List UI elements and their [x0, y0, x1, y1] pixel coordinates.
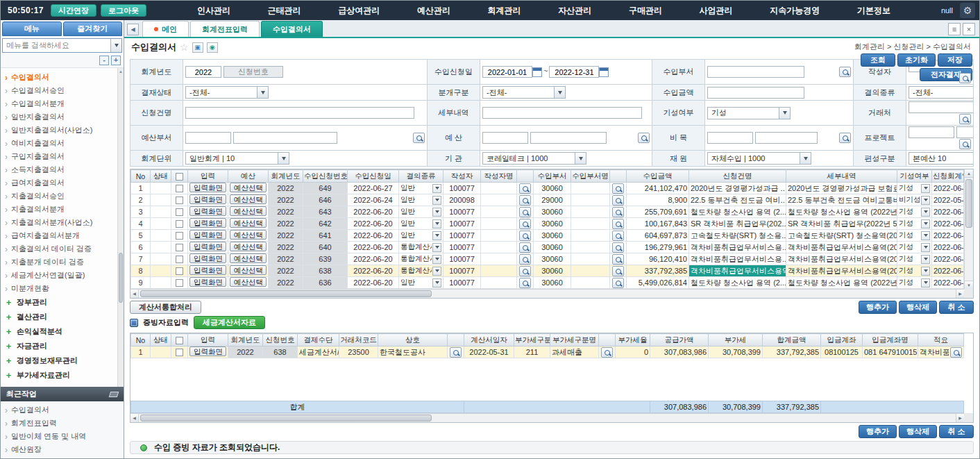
recent-work-item[interactable]: ›예산원장: [5, 443, 119, 456]
scroll-right-icon[interactable]: ▶: [956, 290, 964, 298]
cancel-button[interactable]: 취 소: [939, 425, 974, 438]
budget-select-button[interactable]: 예산선택: [230, 218, 267, 228]
search-icon[interactable]: [450, 347, 462, 358]
sidebar-tab-favorites[interactable]: 즐겨찾기: [63, 22, 123, 36]
input-screen-button[interactable]: 입력화면: [189, 194, 226, 204]
top-menu-item[interactable]: 자산관리: [554, 2, 595, 19]
cell-select[interactable]: 일반: [400, 195, 441, 205]
sidebar-menu-group[interactable]: +자금관리: [5, 339, 115, 353]
detail-input[interactable]: [482, 107, 642, 119]
project-code-input[interactable]: [909, 126, 954, 138]
sidebar-menu-item[interactable]: ›미분개현황: [5, 282, 115, 295]
menu-search-combobox[interactable]: 메뉴를 검색하세요: [2, 38, 122, 53]
sidebar-menu-item[interactable]: ›소득지출결의서: [5, 163, 115, 176]
input-screen-button[interactable]: 입력화면: [189, 230, 226, 240]
row-checkbox[interactable]: [176, 267, 183, 275]
search-icon[interactable]: [612, 195, 624, 206]
top-menu-item[interactable]: 인사관리: [193, 2, 235, 19]
sidebar-menu-item[interactable]: ›급여지출결의서: [5, 176, 115, 190]
budget-select-button[interactable]: 예산선택: [230, 230, 267, 240]
search-icon[interactable]: [638, 133, 650, 143]
scroll-right-icon[interactable]: ▶: [956, 414, 964, 422]
tax-invoice-data-button[interactable]: 세금계산서자료: [194, 316, 265, 329]
budget-select-button[interactable]: 예산선택: [230, 265, 267, 275]
search-icon[interactable]: [612, 207, 624, 217]
search-icon[interactable]: [413, 133, 425, 143]
tab-active[interactable]: 수입결의서: [261, 21, 323, 37]
search-icon[interactable]: [601, 347, 613, 358]
budget-dept-code-input[interactable]: [185, 132, 231, 144]
tab-menu-icon[interactable]: ≡: [948, 23, 961, 35]
row-checkbox[interactable]: [176, 349, 183, 356]
budget-dept-name-input[interactable]: [233, 132, 337, 144]
collapse-all-button[interactable]: -: [99, 56, 109, 65]
top-menu-item[interactable]: 회계관리: [484, 2, 525, 19]
sidebar-menu-group[interactable]: +경영정보재무관리: [5, 353, 115, 368]
top-menu-item[interactable]: 구매관리: [625, 2, 666, 19]
journal-type-select[interactable]: -전체-: [482, 86, 566, 99]
expand-all-button[interactable]: +: [111, 56, 121, 65]
budget-select-button[interactable]: 예산선택: [230, 242, 267, 251]
search-icon[interactable]: [612, 266, 624, 276]
expense-item-name-input[interactable]: [755, 132, 818, 144]
top-menu-item[interactable]: 예산관리: [413, 2, 455, 19]
sidebar-menu-item[interactable]: ›여비지출결의서: [5, 137, 115, 150]
project-name-input[interactable]: [956, 126, 973, 138]
cell-select[interactable]: 일반: [400, 278, 441, 287]
refresh-icon[interactable]: ◉: [207, 42, 218, 53]
sidebar-menu-item[interactable]: ›구입지출결의서: [5, 150, 115, 163]
top-menu-item[interactable]: 사업관리: [695, 2, 737, 19]
cell-select[interactable]: 통합계산서: [400, 242, 441, 252]
input-screen-button[interactable]: 입력화면: [189, 277, 226, 287]
vendor-input[interactable]: [909, 101, 974, 113]
sidebar-menu-item[interactable]: ›수입결의서분개: [5, 97, 115, 110]
income-dept-input[interactable]: [707, 66, 804, 78]
cell-select[interactable]: 기성: [899, 278, 930, 287]
add-row-button[interactable]: 행추가: [859, 425, 897, 438]
cell-select[interactable]: 기성: [899, 219, 930, 228]
save-button[interactable]: 저장: [938, 53, 972, 67]
close-icon[interactable]: ×: [963, 23, 975, 35]
input-screen-button[interactable]: 입력화면: [189, 183, 226, 192]
input-screen-button[interactable]: 입력화면: [189, 218, 226, 228]
sidebar-menu-item[interactable]: ›지출결의서분개: [5, 203, 115, 216]
approval-status-select[interactable]: -전체-: [185, 86, 269, 99]
cell-select[interactable]: 기성: [899, 183, 930, 193]
logout-button[interactable]: 로그아웃: [101, 4, 146, 17]
income-date-from-input[interactable]: [482, 66, 532, 78]
scrollbar-thumb[interactable]: [119, 253, 123, 303]
select-all-checkbox[interactable]: [176, 337, 183, 344]
sidebar-tab-menu[interactable]: 메뉴: [2, 22, 62, 36]
income-date-to-input[interactable]: [549, 66, 599, 78]
cell-select[interactable]: 기성: [899, 231, 930, 240]
table-row[interactable]: 7입력화면예산선택20226392022-06-20통합계산서100077300…: [131, 253, 964, 265]
row-checkbox[interactable]: [176, 208, 183, 216]
sidebar-menu-group[interactable]: +결산관리: [5, 310, 115, 324]
cell-select[interactable]: 기성: [899, 254, 930, 264]
row-checkbox[interactable]: [176, 220, 183, 228]
table-row[interactable]: 1입력화면예산선택20226492022-06-27일반100077300602…: [131, 183, 964, 194]
sidebar-scrollbar[interactable]: ▲: [117, 68, 124, 387]
search-icon[interactable]: [959, 73, 971, 83]
input-screen-button[interactable]: 입력화면: [189, 265, 226, 275]
sidebar-menu-item[interactable]: ›수입결의서: [5, 71, 115, 84]
cell-select[interactable]: 통합계산서: [400, 254, 441, 264]
sidebar-menu-group[interactable]: +장부관리: [5, 295, 115, 310]
budget-select-button[interactable]: 예산선택: [230, 277, 267, 287]
sidebar-menu-item[interactable]: ›지출결의서승인: [5, 190, 115, 203]
scroll-left-icon[interactable]: ◀: [130, 414, 139, 422]
scrollbar-thumb[interactable]: [140, 415, 432, 422]
sidebar-menu-item[interactable]: ›수입결의서승인: [5, 84, 115, 97]
budget-name-input[interactable]: [530, 132, 607, 144]
search-icon[interactable]: [612, 254, 624, 265]
sidebar-menu-item[interactable]: ›일반지출결의서: [5, 110, 115, 124]
favorite-star-icon[interactable]: ☆: [180, 42, 189, 53]
search-icon[interactable]: [839, 133, 851, 143]
dropdown-arrow-icon[interactable]: [110, 39, 121, 52]
clear-recent-icon[interactable]: [109, 392, 119, 397]
sidebar-menu-item[interactable]: ›급여지출결의서분개: [5, 229, 115, 242]
cell-select[interactable]: 통합계산서: [400, 266, 441, 276]
cell-select[interactable]: 기성: [899, 207, 930, 217]
search-button[interactable]: 조회: [861, 53, 895, 67]
completion-select[interactable]: 기성: [707, 107, 791, 119]
